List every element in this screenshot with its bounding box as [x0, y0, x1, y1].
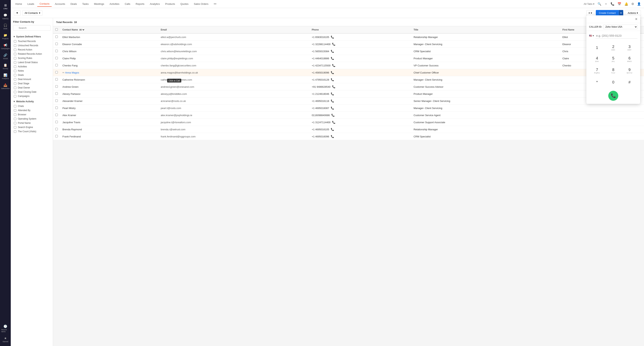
filter-checkbox-scoring-rules[interactable]	[14, 57, 16, 59]
nav-products[interactable]: Products	[163, 1, 177, 6]
filter-checkbox-browser[interactable]	[14, 113, 16, 116]
row-checkbox[interactable]	[55, 128, 58, 130]
dialpad-key-5[interactable]: 5JKL	[608, 53, 619, 65]
contact-name-link[interactable]: Brenda Raymond	[62, 128, 82, 131]
call-icon[interactable]: 📞	[331, 71, 334, 74]
filter-item-campaigns[interactable]: Campaigns	[13, 94, 50, 98]
dialpad-call-button[interactable]: 📞	[608, 91, 618, 101]
dialpad-key-2[interactable]: 2ABC	[608, 42, 619, 53]
add-icon-button[interactable]: ＋	[604, 1, 608, 7]
sidebar-item-crm[interactable]: ⊞ CRM	[0, 2, 10, 11]
nav-home[interactable]: Home	[13, 1, 24, 6]
filter-checkbox-search-engine[interactable]	[14, 126, 16, 129]
contact-name-link[interactable]: Alexey Partasov	[62, 92, 80, 95]
system-defined-header[interactable]: ▼ System Defined Filters	[13, 35, 50, 38]
notification-icon-button[interactable]: 🔔	[624, 1, 629, 6]
filter-checkbox-campaigns[interactable]	[14, 95, 16, 97]
row-checkbox[interactable]	[55, 106, 58, 109]
filter-item-browser[interactable]: Browser	[13, 112, 50, 117]
dialpad-key-0[interactable]: 0	[608, 76, 619, 88]
nav-reports[interactable]: Reports	[133, 1, 147, 6]
nav-calls[interactable]: Calls	[122, 1, 132, 6]
filter-checkbox-deal-stage[interactable]	[14, 82, 16, 85]
call-icon[interactable]: 📞	[331, 92, 334, 95]
filter-item-search-engine[interactable]: Search Engine	[13, 125, 50, 129]
call-icon[interactable]: 📞	[331, 35, 334, 38]
nav-more[interactable]: •••	[212, 1, 219, 6]
contact-name-link[interactable]: Jacquline Travis	[62, 121, 80, 124]
dialpad-key-1[interactable]: 1	[591, 42, 602, 53]
call-icon[interactable]: 📞	[331, 106, 334, 110]
nav-analytics[interactable]: Analytics	[148, 1, 162, 6]
filter-item-deal-stage[interactable]: Deal Stage	[13, 81, 50, 86]
contact-name-link[interactable]: Frank Ferdinand	[62, 135, 81, 138]
dialpad-key-9[interactable]: 9WXYZ	[624, 65, 635, 76]
filter-item-related-records[interactable]: Related Records Action	[13, 52, 50, 56]
contact-name-link[interactable]: Chris Wilson	[62, 50, 76, 53]
row-checkbox[interactable]	[55, 50, 58, 52]
filter-checkbox-os[interactable]	[14, 118, 16, 120]
contact-name-filter-select[interactable]: All	[78, 28, 85, 31]
dialpad-key-*[interactable]: *	[591, 76, 602, 88]
row-checkbox[interactable]	[55, 92, 58, 95]
filter-checkbox-related-records[interactable]	[14, 53, 16, 55]
filter-checkbox-notes[interactable]	[14, 70, 16, 72]
contact-name-link[interactable]: Alex Kramer	[62, 114, 76, 117]
filter-checkbox-activities[interactable]	[14, 65, 16, 68]
sidebar-item-projects[interactable]: 📁 Projects	[0, 32, 10, 41]
view-mode-button[interactable]: ≡ ▾	[586, 10, 594, 16]
row-checkbox[interactable]	[55, 85, 58, 88]
nav-activities[interactable]: Activities	[107, 1, 122, 6]
filter-checkbox-record-action[interactable]	[14, 48, 16, 51]
call-icon[interactable]: 📞	[332, 85, 335, 88]
nav-deals[interactable]: Deals	[68, 1, 79, 6]
contact-name-link[interactable]: Alexander Kramer	[62, 100, 82, 102]
call-icon[interactable]: 📞	[331, 78, 334, 81]
row-checkbox[interactable]	[55, 121, 58, 123]
nav-leads[interactable]: Leads	[25, 1, 36, 6]
filter-checkbox-email-status[interactable]	[14, 61, 16, 64]
contact-name-link[interactable]: Elliot Warburton	[62, 36, 80, 38]
row-checkbox[interactable]	[55, 43, 58, 45]
nav-contacts[interactable]: Contacts	[37, 1, 52, 7]
filter-checkbox-untouched[interactable]	[14, 44, 16, 47]
nav-quotes[interactable]: Quotes	[178, 1, 191, 6]
phone-icon-button[interactable]: 📞	[610, 1, 615, 6]
filter-search-input[interactable]	[13, 25, 50, 31]
filter-button[interactable]: ▼	[14, 10, 20, 16]
website-activity-header[interactable]: ▼ Website Activity	[13, 100, 50, 103]
call-icon[interactable]: 📞	[331, 99, 334, 102]
select-all-checkbox[interactable]	[55, 28, 58, 31]
filter-item-touched[interactable]: Touched Records	[13, 39, 50, 43]
filter-item-untouched[interactable]: Untouched Records	[13, 43, 50, 48]
call-icon[interactable]: 📞	[331, 50, 334, 53]
filter-item-portal-name[interactable]: Portal Name	[13, 121, 50, 125]
call-icon[interactable]: 📞	[332, 121, 335, 124]
call-icon[interactable]: 📞	[331, 128, 334, 131]
calendar-icon-button[interactable]: 📅	[617, 1, 622, 6]
contact-name-link[interactable]: Claire Philip	[62, 57, 76, 60]
nav-sales-orders[interactable]: Sales Orders	[192, 1, 211, 6]
profile-icon-button[interactable]: 👤	[636, 1, 642, 6]
row-checkbox[interactable]	[55, 135, 58, 137]
nav-accounts[interactable]: Accounts	[52, 1, 67, 6]
filter-checkbox-chats[interactable]	[14, 105, 16, 107]
sidebar-item-starred[interactable]: ★ Starred	[0, 335, 10, 344]
sidebar-item-survey[interactable]: 📋 Survey	[0, 62, 10, 71]
country-flag[interactable]: 🇺🇸 ▾	[589, 34, 594, 37]
row-checkbox[interactable]	[55, 78, 58, 81]
dialpad-key-3[interactable]: 3DEF	[624, 42, 635, 53]
nav-meetings[interactable]: Meetings	[92, 1, 106, 6]
filter-item-deal-amount[interactable]: Deal Amount	[13, 77, 50, 81]
create-contact-dropdown[interactable]: ▾	[619, 10, 623, 16]
sidebar-item-campaigns[interactable]: 📢 Campaigns	[0, 42, 10, 51]
filter-checkbox-deal-closing[interactable]	[14, 91, 16, 93]
row-checkbox[interactable]	[55, 35, 58, 38]
dialpad-key-#[interactable]: #	[624, 76, 635, 88]
nav-tasks[interactable]: Tasks	[80, 1, 91, 6]
call-icon[interactable]: 📞	[332, 43, 335, 46]
filter-checkbox-deal-owner[interactable]	[14, 86, 16, 89]
filter-checkbox-touched[interactable]	[14, 40, 16, 43]
dialpad-key-7[interactable]: 7PQRS	[591, 65, 602, 76]
search-icon-button[interactable]: 🔍	[597, 1, 602, 6]
